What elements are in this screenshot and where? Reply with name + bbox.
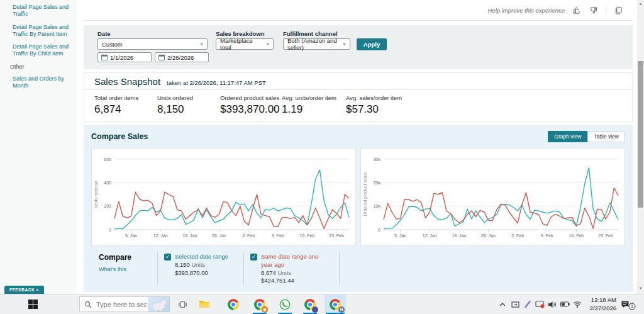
search-input[interactable] — [95, 300, 148, 309]
svg-text:19. Jan: 19. Jan — [452, 233, 466, 238]
sidebar-item-detail-page-sales-traffic[interactable]: Detail Page Sales and Traffic — [13, 4, 71, 18]
table-view-button[interactable]: Table view — [587, 131, 625, 142]
compare-title: Compare — [99, 253, 157, 262]
svg-text:0: 0 — [378, 228, 380, 232]
task-view-icon — [178, 300, 187, 309]
file-explorer-icon[interactable] — [195, 294, 214, 314]
feedback-tab[interactable]: FEEDBACK × — [4, 286, 44, 294]
date-label: Date — [97, 30, 111, 37]
sidebar-item-detail-page-child-item[interactable]: Detail Page Sales and Traffic By Child I… — [13, 43, 71, 58]
sidebar-item-sales-orders-month[interactable]: Sales and Orders by Month — [13, 76, 71, 90]
scroll-up-icon[interactable]: ▲ — [637, 1, 644, 8]
fulfillment-channel-select[interactable]: Both (Amazon and seller)∨ — [283, 38, 350, 50]
checkbox-checked-icon[interactable]: ✓ — [250, 254, 257, 261]
purple-badge — [312, 306, 318, 313]
search-icon — [84, 301, 92, 308]
metric-avg-sales-order-item: Avg. sales/order item $57.30 — [346, 94, 622, 116]
divider — [339, 252, 340, 286]
taskbar-clock[interactable]: 12:18 AM 2/27/2026 — [590, 294, 616, 314]
year-ago-sales: $424,751.44 — [261, 277, 324, 285]
metric-units-ordered: Units ordered 8,150 — [157, 94, 220, 116]
svg-text:Ordered product sales: Ordered product sales — [363, 172, 368, 216]
fulfillment-channel-label: Fulfillment channel — [283, 30, 338, 37]
taskbar: ◼ H — [0, 294, 644, 314]
sales-breakdown-label: Sales breakdown — [216, 30, 265, 37]
metric-total-order-items: Total order items 6,874 — [94, 94, 157, 116]
date-range-select[interactable]: Custom∨ — [97, 38, 208, 50]
tray-speaker-icon[interactable] — [546, 294, 558, 314]
selected-range-label: Selected date range — [175, 253, 228, 261]
svg-text:30k: 30k — [374, 157, 381, 162]
chrome-app-purple-icon[interactable] — [301, 294, 319, 314]
sales-breakdown-select[interactable]: Marketplace total∨ — [216, 38, 274, 50]
compare-sales-title: Compare Sales — [91, 132, 148, 141]
help-bar: Help improve this experience — [84, 0, 633, 21]
snapshot-timestamp: taken at 2/26/2026, 11:17:47 AM PST — [167, 79, 266, 86]
windows-start-icon — [28, 300, 38, 309]
ordered-product-sales-chart: 010k20k30k5. Jan12. Jan19. Jan26. Jan2. … — [360, 148, 625, 246]
notification-center-button[interactable]: 1 — [618, 294, 639, 314]
date-to-input[interactable]: 2/26/2026 — [155, 52, 209, 62]
whats-this-link[interactable]: What's this — [99, 266, 157, 272]
sales-snapshot-card: Sales Snapshot taken at 2/26/2026, 11:17… — [84, 72, 633, 122]
clock-time: 12:18 AM — [591, 296, 616, 304]
search-highlight-image[interactable] — [148, 296, 169, 312]
ordered-product-sales-chart-svg: 010k20k30k5. Jan12. Jan19. Jan26. Jan2. … — [361, 150, 625, 245]
scrollbar[interactable]: ▲ ▼ — [637, 0, 644, 294]
tray-monitor-icon[interactable] — [509, 294, 521, 314]
year-ago-label: Same date range one year ago — [261, 253, 324, 269]
filters-panel: Date Custom∨ 1/1/2026 2/26/2026 Sales br… — [84, 25, 633, 69]
metric-avg-units-order-item: Avg. units/order item 1.19 — [282, 94, 346, 116]
selected-range-units: 8,150 Units — [175, 261, 228, 269]
svg-text:5. Jan: 5. Jan — [125, 233, 137, 238]
chevron-down-icon: ∨ — [266, 42, 269, 47]
svg-text:9. Feb: 9. Feb — [272, 233, 284, 238]
sales-snapshot-header: Sales Snapshot taken at 2/26/2026, 11:17… — [84, 73, 632, 90]
h-badge: H — [338, 306, 345, 313]
task-view-button[interactable] — [174, 294, 191, 314]
help-improve-text: Help improve this experience — [487, 7, 565, 14]
tray-pen-icon[interactable] — [522, 294, 533, 314]
taskbar-search[interactable] — [79, 296, 170, 312]
selected-range-sales: $393,870.00 — [175, 269, 228, 278]
windows-start-button[interactable] — [19, 294, 47, 314]
calendar-icon — [158, 54, 165, 60]
chevron-down-icon: ∨ — [200, 42, 203, 47]
svg-text:2. Feb: 2. Feb — [511, 233, 524, 238]
thumbs-down-icon[interactable] — [589, 6, 597, 14]
chrome-icon[interactable] — [224, 294, 243, 314]
sidebar-item-detail-page-parent-item[interactable]: Detail Page Sales and Traffic By Parent … — [13, 24, 71, 38]
compare-legend: Compare What's this ✓ Selected date rang… — [91, 250, 625, 286]
chrome-app-orange-icon[interactable]: ◼ — [250, 294, 269, 314]
units-ordered-chart-svg: 02004006005. Jan12. Jan19. Jan26. Jan2. … — [92, 150, 355, 245]
year-ago-units: 8,674 Units — [261, 269, 324, 278]
svg-text:12. Jan: 12. Jan — [153, 233, 168, 238]
divider — [606, 6, 606, 14]
sidebar-section-other: Other — [10, 64, 71, 70]
thumbs-up-icon[interactable] — [573, 6, 581, 14]
apply-button[interactable]: Apply — [357, 38, 387, 50]
metric-ordered-product-sales: Ordered product sales $393,870.00 — [220, 94, 282, 116]
tray-wifi-icon[interactable] — [571, 294, 584, 314]
svg-text:400: 400 — [104, 181, 111, 185]
whatsapp-icon[interactable] — [275, 294, 294, 314]
date-from-input[interactable]: 1/1/2026 — [97, 52, 152, 62]
orange-badge: ◼ — [262, 306, 268, 313]
units-ordered-chart: 02004006005. Jan12. Jan19. Jan26. Jan2. … — [91, 148, 356, 246]
tray-screen-record-icon[interactable] — [533, 294, 546, 314]
copy-icon[interactable] — [614, 6, 623, 14]
scrollbar-thumb[interactable] — [638, 61, 643, 208]
svg-text:600: 600 — [104, 157, 111, 162]
svg-text:12. Jan: 12. Jan — [423, 233, 437, 238]
svg-text:Units ordered: Units ordered — [94, 181, 98, 208]
checkbox-checked-icon[interactable]: ✓ — [164, 254, 171, 261]
graph-view-button[interactable]: Graph view — [548, 131, 587, 142]
tray-chevron-up-icon[interactable] — [497, 294, 508, 314]
scroll-down-icon[interactable]: ▼ — [637, 285, 644, 292]
clock-date: 2/27/2026 — [590, 305, 616, 312]
view-toggle: Graph view Table view — [548, 131, 625, 142]
svg-text:26. Jan: 26. Jan — [212, 233, 226, 238]
chrome-app-h-icon[interactable]: H — [325, 294, 346, 314]
sales-snapshot-title: Sales Snapshot — [94, 76, 160, 87]
tray-battery-icon[interactable] — [558, 294, 571, 314]
